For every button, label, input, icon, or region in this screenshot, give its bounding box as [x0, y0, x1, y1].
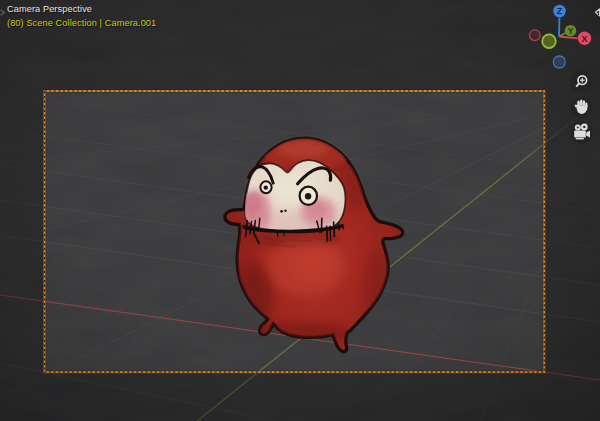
svg-text:X: X	[581, 34, 587, 44]
svg-text:Z: Z	[557, 6, 563, 16]
svg-text:Y: Y	[568, 26, 574, 36]
